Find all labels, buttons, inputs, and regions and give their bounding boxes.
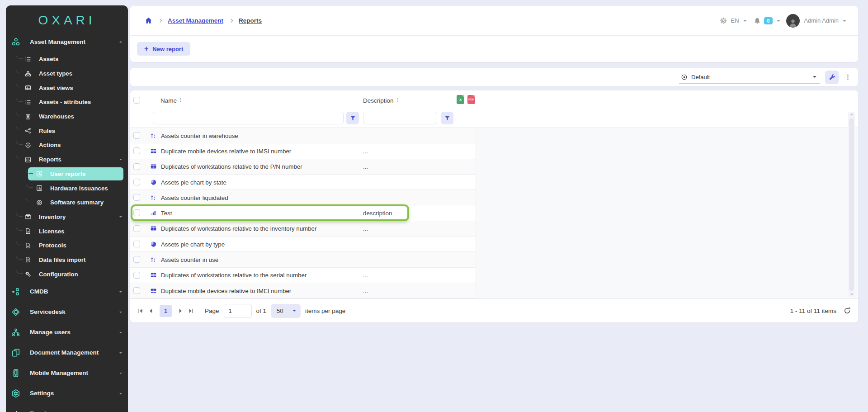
grid-settings-button[interactable] <box>825 71 839 84</box>
home-icon[interactable] <box>145 17 152 24</box>
table-row[interactable]: Testdescription <box>130 205 476 221</box>
table-report-icon <box>150 147 157 154</box>
view-selector[interactable]: Default <box>679 71 820 84</box>
chevron-left-icon <box>11 409 20 412</box>
language-label[interactable]: EN <box>731 17 739 24</box>
sidebar-item-label: Reports <box>39 156 61 163</box>
current-page-button[interactable]: 1 <box>160 305 172 317</box>
row-checkbox[interactable] <box>133 241 140 247</box>
chart-icon <box>36 185 42 191</box>
gears-icon <box>25 271 31 277</box>
chevron-down-icon[interactable] <box>743 20 747 24</box>
row-checkbox[interactable] <box>133 256 140 263</box>
sidebar-item-document-management[interactable]: Document Management <box>6 342 128 363</box>
column-header-description[interactable]: Description <box>363 97 394 104</box>
select-all-checkbox[interactable] <box>133 97 140 104</box>
table-row[interactable]: Duplicates of workstations relative to t… <box>130 268 476 283</box>
sidebar-item-mobile-management[interactable]: Mobile Management <box>6 363 128 383</box>
sidebar-item-licenses[interactable]: Licenses <box>6 224 128 238</box>
sidebar-item-cmdb[interactable]: CMDB <box>6 281 128 302</box>
page-of-label: of 1 <box>256 308 267 314</box>
bell-icon[interactable] <box>754 17 761 24</box>
sidebar-item-asset-types[interactable]: Asset types <box>6 66 128 81</box>
page-number-input[interactable] <box>224 304 252 318</box>
chevron-down-icon[interactable] <box>843 20 846 24</box>
sidebar-item-toggle-menu[interactable]: Toggle menu <box>6 403 128 412</box>
export-excel-icon[interactable]: x <box>457 95 464 104</box>
sidebar-item-warehouses[interactable]: Warehouses <box>6 109 128 124</box>
table-row[interactable]: Assets pie chart by type <box>130 237 476 252</box>
sidebar-item-asset-views[interactable]: Asset views <box>6 81 128 95</box>
grid-empty-area <box>476 128 858 299</box>
sidebar-item-manage-users[interactable]: Manage users <box>6 322 128 342</box>
sidebar-item-user-reports[interactable]: User reports <box>6 167 128 181</box>
gear-icon[interactable] <box>720 17 727 24</box>
row-checkbox[interactable] <box>133 287 140 294</box>
sidebar-item-inventory[interactable]: Inventory <box>6 210 128 224</box>
column-menu-icon[interactable] <box>178 97 183 103</box>
table-report-icon <box>150 272 157 279</box>
table-row[interactable]: Duplicate mobile devices relative to IMS… <box>130 143 476 159</box>
sidebar-item-rules[interactable]: Rules <box>6 123 128 138</box>
table-row[interactable]: Assets counter in use <box>130 252 476 267</box>
user-name[interactable]: Admin Admin <box>804 17 839 24</box>
scroll-up-icon[interactable] <box>850 114 854 115</box>
avatar[interactable] <box>786 14 800 28</box>
sidebar-item-configuration[interactable]: Configuration <box>6 267 128 281</box>
table-row[interactable]: Assets pie chart by state <box>130 175 476 190</box>
sidebar-item-label: Asset Management <box>30 38 85 45</box>
page-size-select[interactable]: 50 <box>271 304 301 318</box>
sidebar-item-software-summary[interactable]: Software summary <box>6 195 128 210</box>
chevron-down-icon[interactable] <box>777 20 780 24</box>
report-description: ... <box>363 225 368 232</box>
sidebar-item-hardware-issuances[interactable]: Hardware issuances <box>6 181 128 195</box>
tree-connector <box>16 233 23 245</box>
name-filter-button[interactable] <box>346 112 359 124</box>
scroll-down-icon[interactable] <box>850 294 854 295</box>
header-row: Asset Management Reports EN 0 Admin Admi… <box>130 6 858 36</box>
breadcrumb-link-reports[interactable]: Reports <box>239 17 262 24</box>
table-row[interactable]: Duplicate mobile devices relative to IME… <box>130 283 476 298</box>
export-pdf-icon[interactable]: PDF <box>467 95 475 104</box>
tree-connector <box>16 219 23 231</box>
refresh-button[interactable] <box>844 307 851 314</box>
row-checkbox[interactable] <box>133 194 140 201</box>
row-checkbox[interactable] <box>133 132 140 139</box>
name-filter-input[interactable] <box>153 112 344 124</box>
more-options-button[interactable] <box>844 73 852 81</box>
breadcrumb-link-asset-management[interactable]: Asset Management <box>168 17 223 24</box>
last-page-icon[interactable] <box>188 308 194 314</box>
column-menu-icon[interactable] <box>395 97 401 103</box>
vertical-scrollbar[interactable] <box>848 112 855 297</box>
first-page-icon[interactable] <box>137 308 143 314</box>
description-filter-input[interactable] <box>363 112 437 124</box>
previous-page-icon[interactable] <box>148 308 154 314</box>
next-page-icon[interactable] <box>178 308 184 314</box>
row-checkbox[interactable] <box>133 179 140 185</box>
row-checkbox[interactable] <box>133 209 140 216</box>
sidebar-item-assets[interactable]: Assets <box>6 52 128 66</box>
report-name: Assets counter liquidated <box>161 194 228 201</box>
scrollbar-thumb[interactable] <box>849 118 854 291</box>
row-checkbox[interactable] <box>133 272 140 279</box>
table-row[interactable]: Duplicates of workstations relative to t… <box>130 221 476 237</box>
description-filter-button[interactable] <box>441 112 453 124</box>
table-row[interactable]: Assets counter liquidated <box>130 190 476 205</box>
sidebar-item-asset-management[interactable]: Asset Management <box>6 32 128 52</box>
table-row[interactable]: Duplicates of workstations relative to t… <box>130 159 476 175</box>
row-checkbox[interactable] <box>133 163 140 170</box>
sidebar-item-protocols[interactable]: Protocols <box>6 238 128 253</box>
sidebar-item-label: Mobile Management <box>30 369 88 376</box>
row-checkbox[interactable] <box>133 147 140 154</box>
sidebar-item-data-files-import[interactable]: Data files import <box>6 253 128 267</box>
sidebar-item-settings[interactable]: Settings <box>6 383 128 403</box>
sidebar-item-reports[interactable]: Reports <box>6 152 128 167</box>
table-row[interactable]: Assets counter in warehouse <box>130 128 476 143</box>
row-checkbox[interactable] <box>133 225 140 232</box>
sidebar-item-actions[interactable]: Actions <box>6 138 128 152</box>
new-report-button[interactable]: New report <box>137 42 190 56</box>
column-header-name[interactable]: Name <box>160 97 177 104</box>
sidebar-item-servicedesk[interactable]: Servicedesk <box>6 302 128 322</box>
report-description: ... <box>363 163 368 170</box>
sidebar-item-assets-attributes[interactable]: Assets - attributes <box>6 95 128 109</box>
